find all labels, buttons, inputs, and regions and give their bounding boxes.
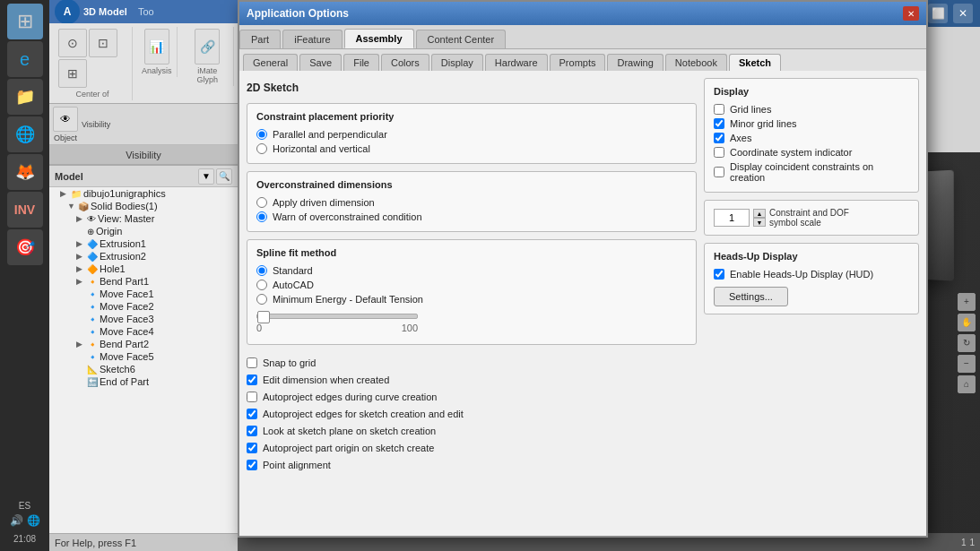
tree-item[interactable]: ▶🔷Extrusion1 [49, 237, 238, 250]
inventor-button[interactable]: INV [7, 192, 43, 228]
tree-item[interactable]: ▶🔸Bend Part1 [49, 275, 238, 288]
tree-item[interactable]: ▶🔶Hole1 [49, 263, 238, 275]
snap-check-3[interactable]: Autoproject edges for sketch creation an… [247, 407, 697, 421]
pan-btn[interactable]: ✋ [958, 314, 976, 331]
display-checkbox-4[interactable] [714, 167, 724, 177]
center-icon-btn3[interactable]: ⊞ [58, 59, 87, 88]
snap-check-4[interactable]: Look at sketch plane on sketch creation [247, 424, 697, 438]
display-check-2[interactable]: Axes [714, 131, 909, 145]
analysis-icon-btn[interactable]: 📊 [144, 29, 169, 65]
subtab-hardware[interactable]: Hardware [485, 54, 548, 71]
hud-checkbox[interactable] [714, 269, 724, 280]
radio-apply-driven[interactable]: Apply driven dimension [256, 195, 687, 210]
display-checkbox-0[interactable] [714, 104, 724, 115]
subtab-save[interactable]: Save [299, 54, 342, 71]
subtab-sketch[interactable]: Sketch [729, 54, 781, 71]
tree-item[interactable]: 🔹Move Face5 [49, 350, 238, 363]
snap-checkbox-0[interactable] [247, 357, 257, 368]
start-button[interactable]: ⊞ [7, 4, 43, 39]
radio-autocad[interactable]: AutoCAD [256, 278, 687, 292]
display-check-0[interactable]: Grid lines [714, 102, 909, 116]
snap-check-0[interactable]: Snap to grid [247, 356, 697, 370]
imate-icon-btn[interactable]: 🔗 [195, 29, 220, 65]
tree-item[interactable]: 🔹Move Face2 [49, 300, 238, 313]
tree-item[interactable]: 📐Sketch6 [49, 363, 238, 375]
restore-btn2[interactable]: ⬜ [928, 4, 948, 23]
spin-down-btn[interactable]: ▼ [753, 218, 766, 227]
settings-button[interactable]: Settings... [714, 287, 788, 306]
radio-parallel-input[interactable] [256, 129, 267, 140]
radio-horizontal-input[interactable] [256, 143, 267, 154]
snap-checkbox-3[interactable] [247, 409, 257, 419]
subtab-prompts[interactable]: Prompts [550, 54, 606, 71]
rotate-btn[interactable]: ↻ [958, 334, 976, 352]
ribbon-tab-3d-model[interactable]: 3D Model [83, 6, 127, 17]
radio-standard-input[interactable] [256, 265, 267, 276]
subtab-colors[interactable]: Colors [381, 54, 429, 71]
radio-warn-input[interactable] [256, 211, 267, 222]
radio-standard[interactable]: Standard [256, 263, 687, 278]
display-checkbox-2[interactable] [714, 133, 724, 143]
snap-check-6[interactable]: Point alignment [247, 458, 697, 472]
display-check-3[interactable]: Coordinate system indicator [714, 145, 909, 159]
display-checkbox-1[interactable] [714, 118, 724, 129]
snap-check-1[interactable]: Edit dimension when created [247, 373, 697, 387]
home-btn[interactable]: ⌂ [958, 375, 976, 393]
radio-parallel[interactable]: Parallel and perpendicular [256, 127, 687, 142]
firefox-button[interactable]: 🦊 [7, 154, 43, 190]
dialog-close-btn[interactable]: ✕ [903, 6, 919, 21]
app6-button[interactable]: 🎯 [7, 229, 43, 265]
zoom-in-btn[interactable]: + [958, 293, 976, 311]
tree-item[interactable]: ⊕Origin [49, 225, 238, 237]
tree-item[interactable]: ▶👁View: Master [49, 212, 238, 225]
snap-checkbox-4[interactable] [247, 426, 257, 436]
tree-filter-btn[interactable]: ▼ [198, 168, 214, 185]
tree-item[interactable]: ▶🔷Extrusion2 [49, 250, 238, 263]
radio-min-energy[interactable]: Minimum Energy - Default Tension [256, 292, 687, 306]
spline-slider-thumb[interactable] [257, 311, 270, 323]
snap-check-2[interactable]: Autoproject edges during curve creation [247, 390, 697, 404]
radio-horizontal[interactable]: Horizontal and vertical [256, 142, 687, 156]
tree-search-btn[interactable]: 🔍 [216, 168, 232, 185]
radio-autocad-input[interactable] [256, 280, 267, 290]
tree-item[interactable]: 🔹Move Face1 [49, 288, 238, 300]
ribbon-tab-too[interactable]: Too [138, 6, 154, 17]
center-icon-btn[interactable]: ⊙ [58, 29, 87, 57]
tab-ifeature[interactable]: iFeature [282, 30, 342, 48]
center-icon-btn2[interactable]: ⊡ [89, 29, 117, 57]
subtab-drawing[interactable]: Drawing [607, 54, 663, 71]
chrome-button[interactable]: 🌐 [7, 116, 43, 152]
object-visibility-btn[interactable]: 👁 Object [53, 107, 78, 142]
close-btn2[interactable]: ✕ [953, 4, 973, 23]
subtab-notebook[interactable]: Notebook [665, 54, 727, 71]
tab-part[interactable]: Part [239, 30, 281, 48]
display-check-1[interactable]: Minor grid lines [714, 116, 909, 131]
radio-apply-driven-input[interactable] [256, 197, 267, 208]
hud-checkbox-option[interactable]: Enable Heads-Up Display (HUD) [714, 267, 909, 281]
folder-button[interactable]: 📁 [7, 79, 43, 115]
radio-min-energy-input[interactable] [256, 294, 267, 305]
zoom-out-btn[interactable]: − [958, 355, 976, 373]
constraint-dof-input[interactable]: 1 [714, 209, 750, 227]
tree-item[interactable]: ▶🔸Bend Part2 [49, 338, 238, 350]
tree-item[interactable]: ▶📁dibujo1unigraphics [49, 187, 238, 200]
tree-item[interactable]: 🔚End of Part [49, 375, 238, 388]
tab-content-center[interactable]: Content Center [416, 30, 507, 48]
radio-warn[interactable]: Warn of overconstrained condition [256, 210, 687, 224]
snap-checkbox-2[interactable] [247, 392, 257, 402]
ie-button[interactable]: e [7, 41, 43, 77]
display-checkbox-3[interactable] [714, 147, 724, 158]
subtab-display[interactable]: Display [431, 54, 483, 71]
subtab-general[interactable]: General [243, 54, 298, 71]
snap-check-5[interactable]: Autoproject part origin on sketch create [247, 441, 697, 455]
tree-item[interactable]: 🔹Move Face3 [49, 313, 238, 325]
snap-checkbox-1[interactable] [247, 375, 257, 385]
display-check-4[interactable]: Display coincident constraints on creati… [714, 159, 909, 185]
snap-checkbox-6[interactable] [247, 460, 257, 470]
spin-up-btn[interactable]: ▲ [753, 209, 766, 218]
subtab-file[interactable]: File [343, 54, 379, 71]
tree-item[interactable]: ▼📦Solid Bodies(1) [49, 200, 238, 212]
tab-assembly[interactable]: Assembly [344, 29, 414, 48]
snap-checkbox-5[interactable] [247, 443, 257, 453]
tree-item[interactable]: 🔹Move Face4 [49, 325, 238, 338]
